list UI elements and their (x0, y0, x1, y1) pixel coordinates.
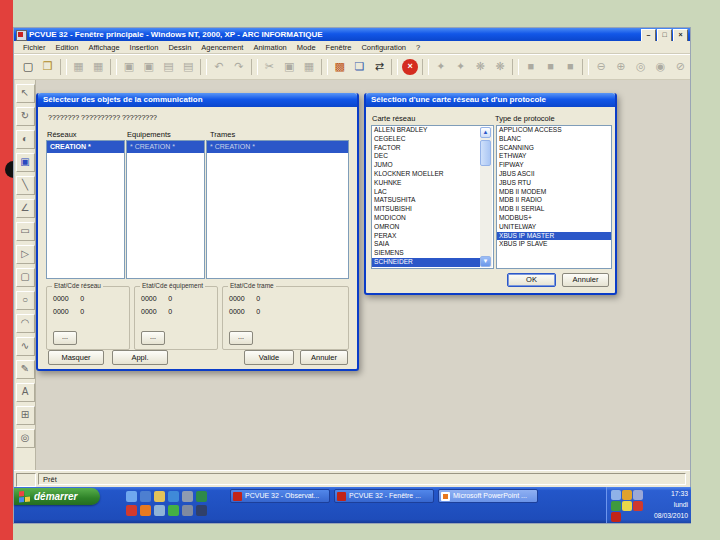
page-setup-icon[interactable]: ▤ (159, 57, 179, 77)
print-icon[interactable] (182, 505, 193, 516)
messenger-icon[interactable] (140, 491, 151, 502)
volume-tray-icon[interactable] (633, 490, 643, 500)
paste-icon[interactable]: ▦ (299, 57, 319, 77)
dialog-titlebar[interactable]: Sélecteur des objets de la communication (38, 93, 357, 107)
fill3-icon[interactable]: ■ (561, 57, 581, 77)
zoom-cancel-icon[interactable]: ⊘ (670, 57, 690, 77)
antivirus-tray-icon[interactable] (633, 501, 643, 511)
windows-logo-icon (19, 491, 30, 503)
image-tool-icon[interactable]: ▣ (16, 153, 35, 172)
switch-window-icon[interactable]: ⇄ (369, 57, 389, 77)
frame-item-selected[interactable]: * CREATION * (207, 141, 348, 153)
cancel-button[interactable]: Annuler (562, 273, 609, 287)
zoom-out-icon[interactable]: ⊖ (591, 57, 611, 77)
select-tool-icon[interactable]: ↖ (16, 84, 35, 103)
run-mode-icon[interactable]: ✦ (431, 57, 451, 77)
copy-icon[interactable]: ▣ (279, 57, 299, 77)
equipment-more-button[interactable]: ... (141, 331, 165, 345)
taskbar-task-pcvue-observ[interactable]: PCVUE 32 - Observat... (230, 489, 330, 503)
apply-button[interactable]: Appl. (112, 350, 168, 365)
workspace-icon[interactable]: ▩ (330, 57, 350, 77)
network-tray-icon[interactable] (611, 490, 621, 500)
desktop-screenshot: PCVUE 32 - Fenêtre principale - Windows … (14, 28, 690, 523)
show-desktop-icon[interactable] (182, 491, 193, 502)
acrobat-icon[interactable] (126, 505, 137, 516)
grid-tool-icon[interactable]: ⊞ (16, 406, 35, 425)
export-icon[interactable]: ▣ (119, 57, 139, 77)
folder-icon[interactable] (154, 491, 165, 502)
scroll-up-icon[interactable]: ▲ (480, 127, 491, 138)
window-titlebar[interactable]: PCVUE 32 - Fenêtre principale - Windows … (14, 28, 690, 41)
open-folder-icon[interactable]: ❒ (38, 57, 58, 77)
firefox-icon[interactable] (140, 505, 151, 516)
security-tray-icon[interactable] (611, 512, 621, 522)
fill-icon[interactable]: ■ (521, 57, 541, 77)
run-all-icon[interactable]: ✦ (451, 57, 471, 77)
msn-icon[interactable] (168, 505, 179, 516)
polygon-tool-icon[interactable]: ▷ (16, 245, 35, 264)
vpn-tray-icon[interactable] (611, 501, 621, 511)
undo-icon[interactable]: ↶ (209, 57, 229, 77)
animation-off-icon[interactable]: ❋ (490, 57, 510, 77)
redo-icon[interactable]: ↷ (229, 57, 249, 77)
ellipse-tool-icon[interactable]: ○ (16, 291, 35, 310)
animation-on-icon[interactable]: ❋ (470, 57, 490, 77)
networks-listbox[interactable]: CREATION * (46, 140, 125, 279)
equipment-item-selected[interactable]: * CREATION * (127, 141, 204, 153)
freehand-tool-icon[interactable]: ✎ (16, 360, 35, 379)
print-icon[interactable]: ▤ (178, 57, 198, 77)
validate-button[interactable]: Valide (244, 350, 294, 365)
ok-button[interactable]: OK (507, 273, 556, 287)
import-icon[interactable]: ▣ (139, 57, 159, 77)
save-all-icon[interactable]: ▦ (88, 57, 108, 77)
line-tool-icon[interactable]: ╲ (16, 176, 35, 195)
ie-icon[interactable] (126, 491, 137, 502)
rect-tool-icon[interactable]: ▭ (16, 222, 35, 241)
paint-icon[interactable] (154, 505, 165, 516)
hide-button[interactable]: Masquer (48, 350, 104, 365)
equipments-listbox[interactable]: * CREATION * (126, 140, 205, 279)
zoom-sel-icon[interactable]: ◎ (631, 57, 651, 77)
scroll-down-icon[interactable]: ▼ (480, 256, 491, 267)
stop-icon[interactable]: × (402, 59, 418, 75)
start-button[interactable]: démarrer (14, 488, 100, 505)
zoom-in-icon[interactable]: ⊕ (611, 57, 631, 77)
save-icon[interactable]: ▦ (69, 57, 89, 77)
cut-icon[interactable]: ✂ (260, 57, 280, 77)
network-card-listbox[interactable]: ALLEN BRADLEYCEGELECFACTORDECJUMOKLOCKNE… (371, 125, 494, 269)
info-tool-icon[interactable]: ◐ (16, 130, 35, 149)
zoom-fit-icon[interactable]: ◉ (651, 57, 671, 77)
roundrect-tool-icon[interactable]: ▢ (16, 268, 35, 287)
new-file-icon[interactable]: ▢ (18, 57, 38, 77)
new-window-icon[interactable]: ❏ (350, 57, 370, 77)
browser-icon[interactable] (168, 491, 179, 502)
taskbar-task-powerpoint[interactable]: Microsoft PowerPoint ... (438, 489, 538, 503)
minimize-button[interactable]: – (641, 29, 656, 41)
network-card-label: Carte réseau (372, 114, 415, 123)
frame-more-button[interactable]: ... (229, 331, 253, 345)
polyline-tool-icon[interactable]: ∠ (16, 199, 35, 218)
clock-date: 08/03/2010 (654, 510, 688, 521)
arc-tool-icon[interactable]: ◠ (16, 314, 35, 333)
listbox-scrollbar[interactable]: ▲ ▼ (480, 127, 492, 267)
frames-listbox[interactable]: * CREATION * (206, 140, 349, 279)
toolbar: ▢❒▦▦▣▣▤▤↶↷✂▣▦▩❏⇄×✦✦❋❋■■■⊖⊕◎◉⊘ (14, 54, 690, 80)
pcvue-tray-icon[interactable] (622, 501, 632, 511)
dialog-titlebar[interactable]: Sélection d'une carte réseau et d'un pro… (366, 93, 615, 107)
network-more-button[interactable]: ... (53, 331, 77, 345)
update-tray-icon[interactable] (622, 490, 632, 500)
zoom-tool-icon[interactable]: ◎ (16, 429, 35, 448)
close-button[interactable]: × (673, 29, 688, 41)
taskbar-task-pcvue-fenetre[interactable]: PCVUE 32 - Fenêtre ... (334, 489, 434, 503)
excel-icon[interactable] (196, 491, 207, 502)
network-item-selected[interactable]: CREATION * (47, 141, 124, 153)
scroll-thumb[interactable] (480, 140, 491, 166)
fill2-icon[interactable]: ■ (541, 57, 561, 77)
text-tool-icon[interactable]: A (16, 383, 35, 402)
curve-tool-icon[interactable]: ∿ (16, 337, 35, 356)
pcvue-task-icon (233, 492, 242, 501)
media-icon[interactable] (196, 505, 207, 516)
rotate-tool-icon[interactable]: ↻ (16, 107, 35, 126)
cancel-button[interactable]: Annuler (300, 350, 348, 365)
maximize-button[interactable]: □ (657, 29, 672, 41)
